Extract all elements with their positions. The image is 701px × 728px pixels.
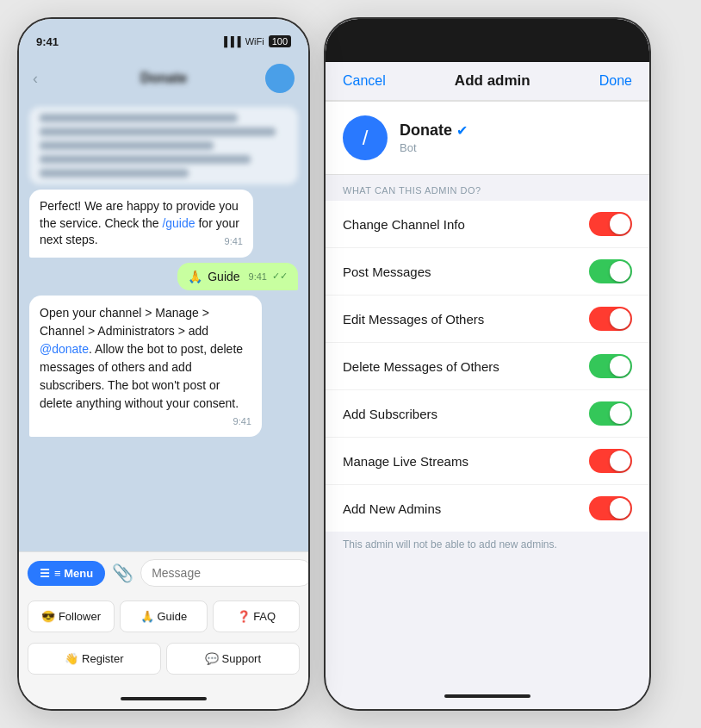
toggle-edit-messages[interactable] [589, 307, 632, 331]
chat-messages: Perfect! We are happy to provide you the… [19, 100, 308, 551]
permissions-list: Change Channel Info Post Messages Edit M… [326, 201, 649, 532]
perm-label-6: Add New Admins [343, 501, 441, 516]
perm-label-3: Delete Messages of Others [343, 359, 499, 374]
message-input[interactable] [140, 559, 310, 587]
blurred-messages [29, 107, 298, 184]
perm-row-live-streams: Manage Live Streams [326, 438, 649, 485]
left-phone: 9:41 ▐▐▐ WiFi 100 ‹ Donate [17, 17, 310, 711]
status-time: 9:41 [36, 35, 59, 48]
quick-replies-row1: 😎 Follower 🙏 Guide ❓ FAQ [19, 594, 308, 643]
home-indicator-left [19, 688, 308, 709]
toggle-add-admins[interactable] [589, 496, 632, 520]
perm-row-delete-messages: Delete Messages of Others [326, 343, 649, 390]
qr-follower[interactable]: 😎 Follower [28, 600, 115, 632]
message-received-2: Open your channel > Manage > Channel > A… [29, 296, 262, 438]
home-indicator-right [326, 683, 649, 709]
perm-row-post-messages: Post Messages [326, 248, 649, 296]
status-icons: ▐▐▐ WiFi 100 [220, 35, 291, 47]
perm-label-2: Edit Messages of Others [343, 312, 484, 327]
qr-guide[interactable]: 🙏 Guide [120, 600, 207, 632]
statusbar-left: 9:41 ▐▐▐ WiFi 100 [19, 19, 308, 57]
toggle-knob [610, 214, 630, 234]
phone-top-bar [326, 19, 649, 62]
menu-button[interactable]: ☰ ≡ Menu [28, 561, 105, 586]
toggle-add-subscribers[interactable] [589, 401, 632, 426]
chat-title: Donate [140, 71, 187, 86]
perm-label-5: Manage Live Streams [343, 454, 468, 469]
chat-header: ‹ Donate [19, 57, 308, 100]
message-received-1: Perfect! We are happy to provide you the… [29, 190, 253, 258]
msg-time-sent: 9:41 [249, 271, 267, 282]
menu-icon: ☰ [40, 567, 50, 580]
blurred-line [40, 169, 189, 177]
admin-note: This admin will not be able to add new a… [326, 532, 649, 561]
sent-emoji: 🙏 [188, 270, 202, 283]
permissions-section-label: WHAT CAN THIS ADMIN DO? [326, 175, 649, 201]
menu-label: ≡ Menu [54, 567, 93, 580]
bot-info: / Donate ✔ Bot [326, 102, 649, 175]
bot-subtitle: Bot [400, 141, 468, 154]
tick-icon: ✓✓ [272, 271, 288, 282]
sent-text: Guide [208, 270, 239, 283]
blurred-line [40, 141, 214, 150]
toggle-knob [610, 403, 630, 424]
toggle-delete-messages[interactable] [589, 354, 632, 378]
msg-time-1: 9:41 [225, 235, 243, 248]
toggle-knob [610, 498, 630, 519]
mention-link[interactable]: @donate [40, 342, 89, 356]
perm-row-add-admins: Add New Admins [326, 485, 649, 532]
blurred-line [40, 128, 276, 136]
admin-title: Add admin [455, 72, 530, 90]
home-bar-right [444, 694, 530, 698]
spacer [326, 561, 649, 683]
battery-icon: 100 [269, 35, 291, 47]
perm-row-add-subscribers: Add Subscribers [326, 390, 649, 438]
perm-row-edit-messages: Edit Messages of Others [326, 296, 649, 343]
qr-register[interactable]: 👋 Register [28, 643, 161, 675]
bot-details: Donate ✔ Bot [400, 121, 468, 154]
chat-avatar[interactable] [265, 64, 295, 93]
cancel-button[interactable]: Cancel [343, 73, 386, 89]
qr-support[interactable]: 💬 Support [166, 643, 300, 675]
toggle-knob [610, 451, 630, 471]
toggle-post-messages[interactable] [589, 259, 632, 283]
guide-link[interactable]: /guide [162, 216, 195, 230]
chat-inputbar: ☰ ≡ Menu 📎 🌙 🎤 [19, 551, 308, 594]
toggle-knob [610, 308, 630, 329]
toggle-knob [610, 261, 630, 282]
perm-label-1: Post Messages [343, 264, 431, 279]
done-button[interactable]: Done [599, 73, 632, 89]
attach-icon[interactable]: 📎 [112, 563, 133, 583]
bot-avatar: / [343, 115, 388, 160]
wifi-icon: WiFi [245, 36, 264, 47]
toggle-live-streams[interactable] [589, 449, 632, 473]
back-icon[interactable]: ‹ [33, 70, 38, 88]
perm-row-change-channel-info: Change Channel Info [326, 201, 649, 248]
quick-replies-row2: 👋 Register 💬 Support [19, 643, 308, 688]
toggle-knob [610, 356, 630, 376]
blurred-line [40, 114, 238, 122]
admin-header: Cancel Add admin Done [326, 62, 649, 101]
right-phone: Cancel Add admin Done / Donate ✔ Bot WHA… [324, 17, 651, 711]
signal-icon: ▐▐▐ [220, 36, 240, 47]
home-bar [121, 697, 207, 700]
toggle-change-channel-info[interactable] [589, 212, 632, 236]
perm-label-4: Add Subscribers [343, 407, 437, 421]
verified-icon: ✔ [456, 122, 468, 139]
bot-name-row: Donate ✔ [400, 121, 468, 140]
msg2-text1: Open your channel > Manage > Channel > A… [40, 306, 209, 338]
perm-label-0: Change Channel Info [343, 217, 465, 232]
msg-time-2: 9:41 [233, 414, 251, 429]
blurred-line [40, 155, 251, 164]
qr-faq[interactable]: ❓ FAQ [213, 600, 300, 632]
message-sent-1: 🙏 Guide 9:41 ✓✓ [177, 263, 298, 290]
bot-name: Donate [400, 121, 452, 140]
